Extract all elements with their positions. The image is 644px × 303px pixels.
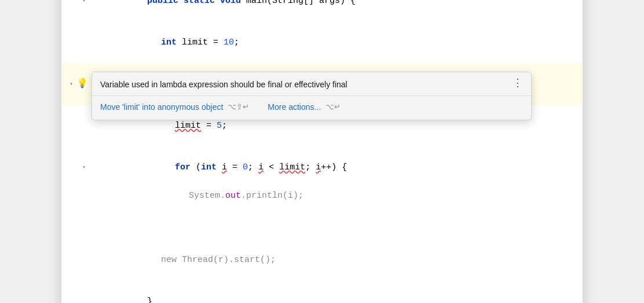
action2-link[interactable]: More actions... xyxy=(268,101,321,113)
for-paren: ( xyxy=(196,162,201,172)
close-brace-method: } xyxy=(147,297,152,303)
var-limit-squiggle: limit xyxy=(175,121,201,131)
code-content-7: System.out.println(i); xyxy=(92,189,583,204)
for-eq: = xyxy=(227,162,243,172)
code-content-3: int limit = 10; xyxy=(92,22,583,64)
code-line: new Thread(r).start(); xyxy=(61,239,583,281)
keyword-static: static xyxy=(184,0,220,6)
quickfix-popup: Variable used in lambda expression shoul… xyxy=(92,72,532,120)
keyword-for: for xyxy=(175,162,196,172)
number-5: 5 xyxy=(217,121,222,131)
var-i1: i xyxy=(222,162,227,172)
system-out: System. xyxy=(189,191,225,201)
keyword-int2: int xyxy=(201,162,222,172)
code-line: } xyxy=(61,281,583,303)
params: (String[] args) { xyxy=(267,0,356,6)
editor-window: ▾ public class ModifyVariableInsideLambd… xyxy=(61,0,583,303)
code-line: System.out.println(i); xyxy=(61,189,583,204)
action1-link[interactable]: Move 'limit' into anonymous object xyxy=(100,101,223,113)
var-limit2: limit xyxy=(279,162,305,172)
number-10: 10 xyxy=(224,38,234,47)
new-thread: new Thread(r).start(); xyxy=(161,255,276,265)
code-line: ▾ public static void main(String[] args)… xyxy=(61,0,583,22)
method-main: main xyxy=(246,0,267,6)
code-line: ▾ for (int i = 0; i < limit; i++) { xyxy=(61,147,583,189)
code-line: int limit = 10; xyxy=(61,22,583,64)
for-lt: < xyxy=(264,162,279,172)
code-area: ▾ public class ModifyVariableInsideLambd… xyxy=(61,0,583,303)
fold-arrow-4: ▾ xyxy=(67,80,75,88)
code-content-2: public static void main(String[] args) { xyxy=(92,0,583,22)
println: .println( xyxy=(241,191,288,201)
code-content-9: } xyxy=(92,281,583,303)
action2-shortcut: ⌥↵ xyxy=(325,101,341,113)
quickfix-message: Variable used in lambda expression shoul… xyxy=(92,72,531,96)
var-limit: limit xyxy=(182,38,208,47)
gutter-6: ▾ xyxy=(61,164,92,172)
keyword-public2: public xyxy=(147,0,184,6)
lightbulb-icon[interactable]: 💡 xyxy=(76,77,88,92)
action1-shortcut: ⌥⇧↵ xyxy=(228,101,249,113)
fold-arrow-2[interactable]: ▾ xyxy=(80,0,88,5)
for-semi: ; xyxy=(248,162,258,172)
for-semi2: ; xyxy=(305,162,316,172)
semicolon2: ; xyxy=(222,121,227,131)
var-i3: i xyxy=(316,162,321,172)
code-content-6: for (int i = 0; i < limit; i++) { xyxy=(92,147,583,189)
keyword-int: int xyxy=(161,38,182,47)
quickfix-actions: Move 'limit' into anonymous object ⌥⇧↵ M… xyxy=(92,96,531,119)
quickfix-message-text: Variable used in lambda expression shoul… xyxy=(100,78,507,91)
gutter-4: ▾ 💡 xyxy=(61,77,92,92)
semicolon: ; xyxy=(234,38,239,47)
gutter-2: ▾ xyxy=(61,0,92,5)
out-keyword: out xyxy=(225,191,241,201)
var-i4: i xyxy=(288,191,293,201)
code-content-8: new Thread(r).start(); xyxy=(92,239,583,281)
assign2: = xyxy=(201,121,217,131)
var-i2: i xyxy=(258,162,264,172)
close-paren: ); xyxy=(293,191,303,201)
fold-arrow-6: ▾ xyxy=(80,164,88,172)
number-0: 0 xyxy=(243,162,248,172)
more-options-icon[interactable]: ⋮ xyxy=(513,78,523,88)
assign: = xyxy=(208,38,224,47)
keyword-void: void xyxy=(220,0,246,6)
for-inc: ++) { xyxy=(321,162,347,172)
